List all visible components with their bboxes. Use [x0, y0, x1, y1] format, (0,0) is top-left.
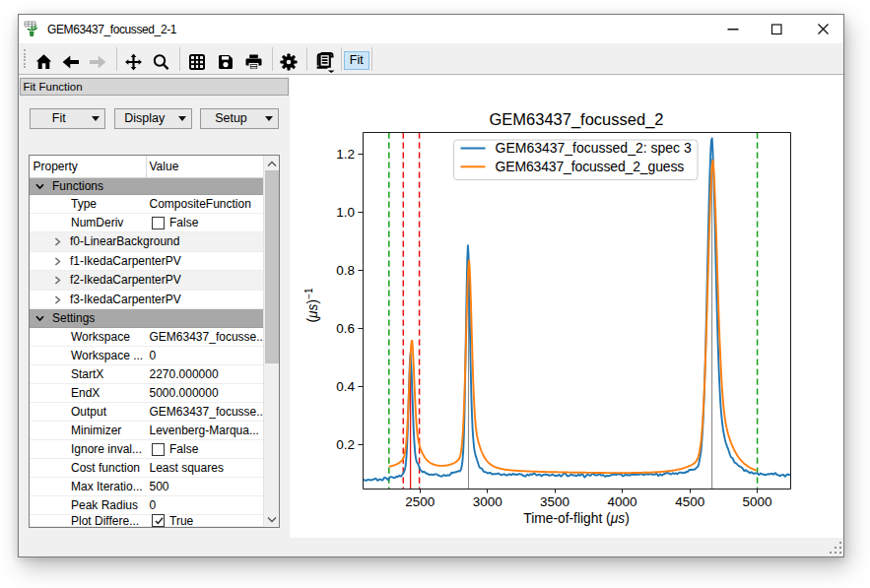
- svg-text:GEM63437_focussed_2: GEM63437_focussed_2: [489, 110, 663, 129]
- svg-text:3000: 3000: [473, 494, 502, 509]
- svg-text:4000: 4000: [608, 494, 637, 509]
- svg-text:4500: 4500: [675, 494, 704, 509]
- svg-text:GEM63437_focussed_2: spec 3: GEM63437_focussed_2: spec 3: [496, 140, 692, 156]
- svg-text:3500: 3500: [540, 494, 569, 509]
- svg-text:0.4: 0.4: [336, 379, 355, 394]
- svg-text:1.2: 1.2: [336, 147, 355, 162]
- svg-text:(μs)−1: (μs)−1: [303, 288, 320, 323]
- svg-text:Time-of-flight (μs): Time-of-flight (μs): [523, 511, 630, 526]
- svg-text:5000: 5000: [743, 494, 772, 509]
- svg-text:0.8: 0.8: [336, 263, 355, 278]
- svg-text:0.2: 0.2: [336, 437, 355, 452]
- svg-text:GEM63437_focussed_2_guess: GEM63437_focussed_2_guess: [496, 159, 685, 174]
- svg-text:1.0: 1.0: [336, 205, 355, 220]
- svg-text:2500: 2500: [405, 494, 435, 509]
- svg-text:0.6: 0.6: [336, 321, 355, 336]
